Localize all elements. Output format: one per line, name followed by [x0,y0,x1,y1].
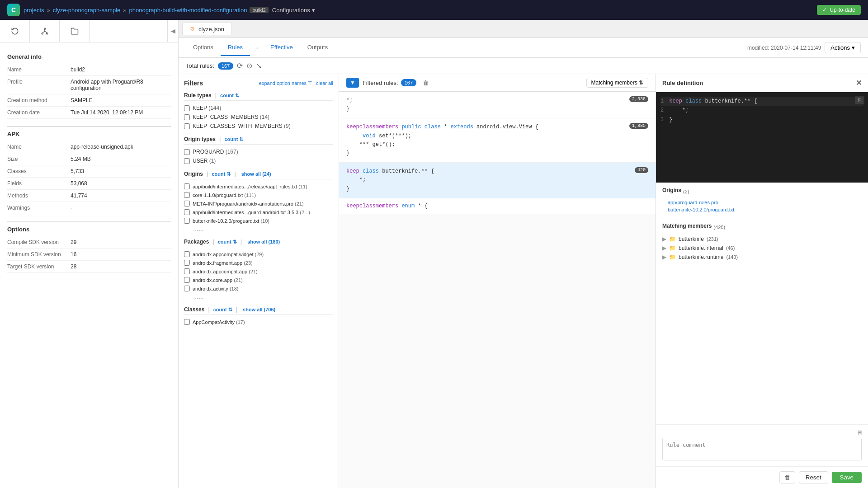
classes-show-all[interactable]: show all (706) [243,307,275,312]
reset-rule-btn[interactable]: Reset [799,471,828,483]
filter-checkbox-pkg-1[interactable] [184,260,190,266]
filter-checkbox-pkg-2[interactable] [184,268,190,274]
filter-checkbox-keep[interactable] [184,105,190,111]
filter-label-keep-class-members[interactable]: KEEP_CLASS_MEMBERS (14) [193,114,269,120]
filter-checkbox-origin-1[interactable] [184,192,190,198]
tab-options[interactable]: Options [186,39,221,56]
expand-arrow-icon[interactable]: ▶ [662,245,666,251]
filter-section-origin-types: Origin types | count ⇅ PROGUARD (167) [184,136,333,165]
filter-label-pkg-2[interactable]: androidx.appcompat.app (21) [193,269,258,274]
file-tab-label: clyze.json [198,26,224,33]
breadcrumb-build[interactable]: phonograph-build-with-modified-configura… [129,7,247,14]
tab-effective[interactable]: Effective [263,39,300,56]
member-item-2[interactable]: ▶ 📁 butterknife.runtime (143) [662,253,862,262]
copy-comment-btn[interactable]: ⎘ [858,429,862,436]
filter-label-origin-2[interactable]: META-INF/proguard/androidx-annotations.p… [193,201,304,206]
origins-show-all[interactable]: show all (24) [241,171,271,177]
rule-item-4[interactable]: keepclassmembers enum * { [339,198,656,214]
member-name-2: butterknife.runtime [679,254,723,260]
refresh-btn[interactable]: ⟳ [237,61,243,70]
filter-checkbox-origin-2[interactable] [184,201,190,206]
filter-label-keep-classes-with-members[interactable]: KEEP_CLASSES_WITH_MEMBERS (9) [193,123,291,129]
breadcrumb-sep2: » [123,7,126,14]
copy-code-btn[interactable]: ⎘ [855,96,864,104]
filter-label-origin-1[interactable]: core-1.1.0/proguard.txt (111) [193,192,256,198]
filter-label-proguard[interactable]: PROGUARD (167) [193,149,238,155]
sort-button[interactable]: Matching members ⇅ [586,78,648,88]
filter-label-origin-4[interactable]: butterknife-10.2.0/proguard.txt (10) [193,218,269,224]
filter-label-pkg-4[interactable]: androidx.activity (18) [193,286,239,291]
value-min-sdk: 16 [71,251,76,258]
filter-label-origin-0[interactable]: app/build/intermediates.../release/aapt_… [193,184,307,189]
general-info-title: General info [7,53,171,60]
filter-label-class-0[interactable]: AppCompatActivity (17) [193,319,245,325]
nav-right: ✓ Up-to-date [817,5,861,15]
sidebar-icon-tree[interactable] [30,20,60,42]
filter-checkbox-origin-3[interactable] [184,209,190,215]
rule-code-editor[interactable]: ⎘ 1 keep class butterknife.** { 2 *; [656,92,868,183]
filter-checkbox-keep-classes-with-members[interactable] [184,123,190,129]
rule-item-2[interactable]: 1,885 keepclassmembers public class * ex… [339,118,656,163]
svg-point-1 [42,33,43,34]
breadcrumb-projects[interactable]: projects [24,7,44,14]
member-item-1[interactable]: ▶ 📁 butterknife.internal (46) [662,244,862,253]
origins-sort[interactable]: count ⇅ [212,171,231,177]
filter-label-user[interactable]: USER (1) [193,158,216,164]
filter-checkbox-proguard[interactable] [184,149,190,155]
expand-arrow-icon[interactable]: ▶ [662,254,666,260]
delete-rule-btn[interactable]: 🗑 [779,471,795,483]
actions-button[interactable]: Actions ▾ [825,42,861,53]
filter-label-keep[interactable]: KEEP (144) [193,105,221,111]
expand-names-btn[interactable]: expand option names ⊤ [259,80,312,86]
clear-all-btn[interactable]: clear all [316,80,333,86]
info-row-name: Name build2 [7,64,171,76]
filter-label-pkg-1[interactable]: androidx.fragment.app (23) [193,260,253,266]
filter-label-pkg-0[interactable]: androidx.appcompat.widget (29) [193,252,264,257]
file-icon: ⚙ [190,26,195,32]
rule-types-sort[interactable]: count ⇅ [220,93,239,99]
filter-checkbox-origin-4[interactable] [184,218,190,224]
rule-item-1[interactable]: 2,338 *; } [339,92,656,118]
configurations-dropdown[interactable]: Configurations ▾ [272,7,315,14]
history-btn[interactable]: ⊙ [246,61,252,70]
sub-tabs: Options Rules → Effective Outputs modifi… [179,38,868,58]
rule-comment-input[interactable] [662,438,862,460]
check-icon: ✓ [822,7,827,13]
filter-checkbox-origin-0[interactable] [184,183,190,189]
rule-item-3[interactable]: 420 keep class butterknife.** { *; } [339,163,656,198]
sidebar-icon-folder[interactable] [60,20,90,42]
origin-types-label: Origin types [184,136,216,142]
origin-item-1[interactable]: butterknife-10.2.0/proguard.txt [662,206,862,213]
file-tab-clyze[interactable]: ⚙ clyze.json [182,23,232,35]
rule-line: } [346,185,648,193]
filter-checkbox-keep-class-members[interactable] [184,114,190,120]
expand-arrow-icon[interactable]: ▶ [662,236,666,242]
sidebar-icon-refresh[interactable] [0,20,30,42]
filter-checkbox-pkg-0[interactable] [184,251,190,257]
filter-checkbox-class-0[interactable] [184,319,190,325]
tab-rules[interactable]: Rules [221,39,250,56]
filter-item-origin-1: core-1.1.0/proguard.txt (111) [184,191,333,199]
origin-types-sort[interactable]: count ⇅ [224,136,243,142]
rule-line: keep class butterknife.** { [346,167,648,176]
classes-sort[interactable]: count ⇅ [213,307,232,313]
origin-item-0[interactable]: app/proguard-rules.pro [662,199,862,206]
filter-label-pkg-3[interactable]: androidx.core.app (21) [193,277,243,283]
delete-filtered-btn[interactable]: 🗑 [420,79,431,87]
label-apk-warnings: Warnings [7,205,71,211]
member-item-0[interactable]: ▶ 📁 butterknife (231) [662,235,862,244]
filter-icon-button[interactable]: ▼ [346,78,359,88]
sidebar-collapse-btn[interactable]: ◀ [167,20,178,42]
filter-checkbox-user[interactable] [184,158,190,164]
value-compile-sdk: 29 [71,239,76,245]
tab-outputs[interactable]: Outputs [300,39,335,56]
close-rule-definition-btn[interactable]: ✕ [856,79,862,87]
filter-label-origin-3[interactable]: app/build/intermediates...guard-android.… [193,210,310,215]
expand-btn[interactable]: ⤡ [256,61,262,70]
filter-checkbox-pkg-4[interactable] [184,286,190,291]
save-rule-btn[interactable]: Save [832,472,862,483]
packages-show-all[interactable]: show all (180) [247,239,280,244]
packages-sort[interactable]: count ⇅ [218,239,237,245]
breadcrumb-project[interactable]: clyze-phonograph-sample [53,7,121,14]
filter-checkbox-pkg-3[interactable] [184,277,190,283]
